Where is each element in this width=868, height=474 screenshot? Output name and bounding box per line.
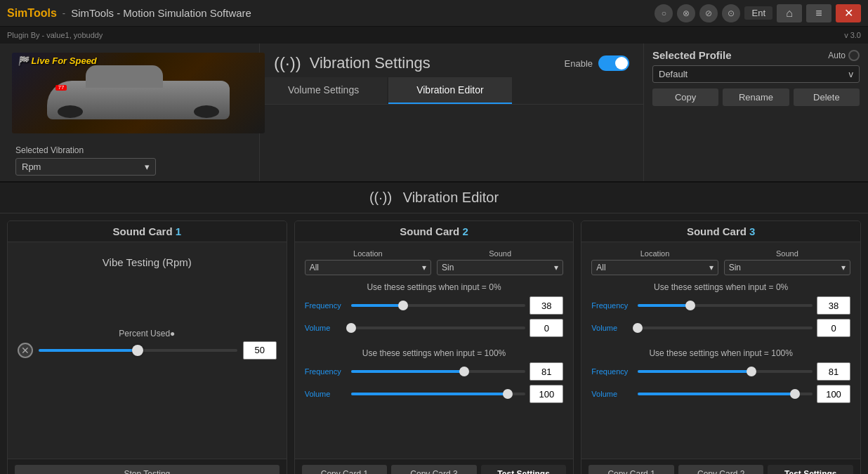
input-100-group-3: Use these settings when input = 100% Fre… <box>591 348 850 407</box>
vol-100-fill-3 <box>638 393 795 395</box>
input-100-group-2: Use these settings when input = 100% Fre… <box>305 348 564 407</box>
profile-value: Default <box>659 69 688 79</box>
sound-select-3[interactable]: Sin ▾ <box>724 260 850 275</box>
location-label-2: Location <box>305 249 431 258</box>
sound-card-1: Sound Card 1 Vibe Testing (Rpm) Percent … <box>7 220 287 474</box>
freq-0-label-3: Frequency <box>591 301 633 310</box>
rename-profile-button[interactable]: Rename <box>723 88 789 106</box>
auto-checkbox-row: Auto <box>828 50 860 61</box>
enable-toggle-row: Enable <box>565 55 629 71</box>
location-select-2[interactable]: All ▾ <box>305 260 431 275</box>
stop-testing-button[interactable]: Stop Testing <box>15 465 280 474</box>
vol-0-row-2: Volume 0 <box>305 319 564 337</box>
percent-slider-fill <box>39 349 138 352</box>
percent-slider-track[interactable] <box>39 349 237 352</box>
vol-100-thumb-2[interactable] <box>503 389 513 399</box>
input-100-title-2: Use these settings when input = 100% <box>305 348 564 358</box>
app-title: SimTools - Motion Simulation Software <box>71 7 655 19</box>
header-left: 🏁 Live For Speed 77 Selected Vibration R… <box>0 44 260 181</box>
profile-select[interactable]: Default v <box>652 65 860 83</box>
card-2-num: 2 <box>462 225 468 237</box>
location-value-3: All <box>596 263 605 272</box>
ent-button[interactable]: Ent <box>744 6 772 20</box>
close-button[interactable]: ✕ <box>836 4 861 22</box>
vol-100-value-3: 100 <box>817 385 850 403</box>
freq-0-track-3[interactable] <box>638 304 813 307</box>
sound-card-2-header: Sound Card 2 <box>295 221 574 242</box>
sound-value-3: Sin <box>729 263 741 272</box>
copy-profile-button[interactable]: Copy <box>652 88 718 106</box>
vibration-settings-title: Vibration Settings <box>310 54 430 72</box>
vol-0-row-3: Volume 0 <box>591 319 850 337</box>
vol-100-value-2: 100 <box>530 385 563 403</box>
location-select-3[interactable]: All ▾ <box>591 260 718 275</box>
sound-select-2[interactable]: Sin ▾ <box>437 260 563 275</box>
location-chevron-3: ▾ <box>709 263 714 272</box>
enable-label: Enable <box>565 58 593 69</box>
freq-0-value-3: 38 <box>817 296 850 315</box>
copy-card-3-btn-2[interactable]: Copy Card 3 <box>391 465 477 474</box>
remove-icon[interactable]: ✕ <box>18 343 33 358</box>
header-row: 🏁 Live For Speed 77 Selected Vibration R… <box>0 44 868 183</box>
freq-100-track-2[interactable] <box>351 370 526 373</box>
vol-0-value-3: 0 <box>817 319 850 337</box>
editor-title: Vibration Editor <box>403 190 499 205</box>
copy-card-1-btn-2[interactable]: Copy Card 1 <box>302 465 388 474</box>
sound-value-2: Sin <box>442 263 454 272</box>
sound-card-3-body: Location All ▾ Sound Sin ▾ <box>581 242 860 459</box>
freq-0-fill-3 <box>638 304 690 307</box>
auto-checkbox-input[interactable] <box>848 50 860 61</box>
test-settings-btn-2[interactable]: Test Settings <box>481 465 567 474</box>
delete-profile-button[interactable]: Delete <box>794 88 860 106</box>
freq-0-thumb-2[interactable] <box>398 301 408 310</box>
freq-100-track-3[interactable] <box>638 370 813 373</box>
vibration-dropdown[interactable]: Rpm ▾ <box>15 158 156 176</box>
sound-col-3: Sound Sin ▾ <box>724 249 850 275</box>
vol-100-thumb-3[interactable] <box>790 389 800 399</box>
freq-0-fill-2 <box>351 304 404 307</box>
center-header: ((·)) Vibration Settings Enable Volume S… <box>260 44 643 181</box>
sound-label-2: Sound <box>437 249 563 258</box>
vibe-testing-title: Vibe Testing (Rpm) <box>18 256 277 268</box>
freq-0-track-2[interactable] <box>351 304 526 307</box>
input-0-title-3: Use these settings when input = 0% <box>591 282 850 292</box>
icon-4[interactable]: ⊙ <box>722 4 740 22</box>
title-bar: SimTools - SimTools - Motion Simulation … <box>0 0 868 27</box>
freq-0-thumb-3[interactable] <box>685 301 695 310</box>
icon-1[interactable]: ○ <box>655 4 673 22</box>
vol-0-thumb-2[interactable] <box>346 323 356 333</box>
freq-100-label-2: Frequency <box>305 367 347 376</box>
copy-card-2-btn-3[interactable]: Copy Card 2 <box>678 465 764 474</box>
selected-vibration-label: Selected Vibration <box>15 145 244 155</box>
home-button[interactable]: ⌂ <box>777 4 802 22</box>
freq-100-thumb-2[interactable] <box>459 367 469 376</box>
tab-vibration-editor[interactable]: Vibration Editor <box>388 77 511 104</box>
icon-2[interactable]: ⊗ <box>677 4 695 22</box>
window-controls: ○ ⊗ ⊘ ⊙ Ent ⌂ ≡ ✕ <box>655 4 861 22</box>
vol-0-thumb-3[interactable] <box>633 323 643 333</box>
input-0-title-2: Use these settings when input = 0% <box>305 282 564 292</box>
test-settings-btn-3[interactable]: Test Settings <box>768 465 853 474</box>
vol-100-track-3[interactable] <box>638 393 813 395</box>
vibration-title-area: ((·)) Vibration Settings <box>274 53 430 73</box>
vol-0-track-2[interactable] <box>351 327 526 329</box>
copy-card-1-btn-3[interactable]: Copy Card 1 <box>588 465 674 474</box>
chevron-down-icon: ▾ <box>145 162 150 172</box>
sound-card-1-header: Sound Card 1 <box>8 221 287 242</box>
vol-100-row-3: Volume 100 <box>591 385 850 403</box>
menu-button[interactable]: ≡ <box>806 4 831 22</box>
enable-toggle-switch[interactable] <box>598 55 629 71</box>
tab-volume-settings[interactable]: Volume Settings <box>260 77 387 104</box>
profile-header-row: Selected Profile Auto <box>652 49 860 61</box>
freq-100-thumb-3[interactable] <box>747 367 756 376</box>
vol-100-track-2[interactable] <box>351 393 526 395</box>
vol-0-track-3[interactable] <box>638 327 813 329</box>
sound-label-3: Sound <box>724 249 850 258</box>
icon-3[interactable]: ⊘ <box>699 4 718 22</box>
percent-slider-thumb[interactable] <box>132 345 143 356</box>
profile-chevron-icon: v <box>849 69 854 79</box>
sound-card-2: Sound Card 2 Location All ▾ Sound <box>294 220 574 474</box>
sound-card-2-footer: Copy Card 1 Copy Card 3 Test Settings <box>295 459 574 474</box>
input-100-title-3: Use these settings when input = 100% <box>591 348 850 358</box>
location-label-3: Location <box>591 249 718 258</box>
